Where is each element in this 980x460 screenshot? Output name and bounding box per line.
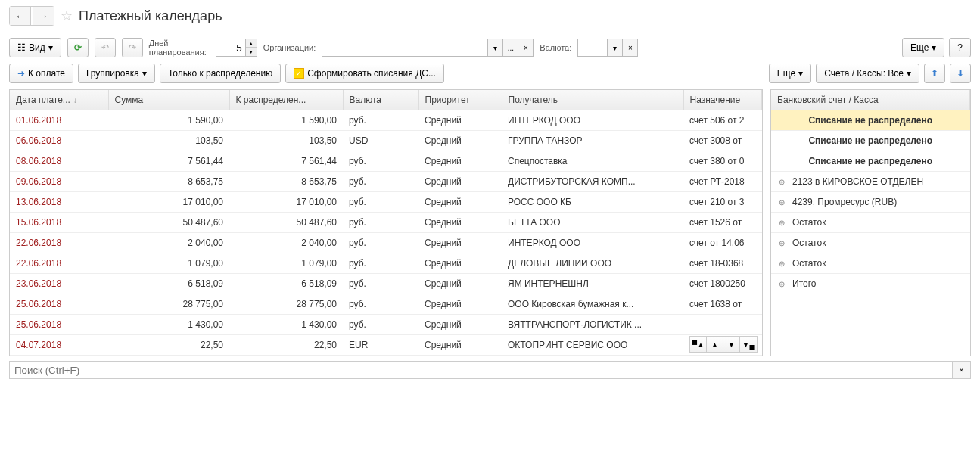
cell-recipient: ВЯТТРАНСПОРТ-ЛОГИСТИК ... xyxy=(502,315,683,335)
col-sum[interactable]: Сумма xyxy=(108,90,229,110)
cell-dist: 6 518,09 xyxy=(229,274,343,294)
cell-date: 04.07.2018 xyxy=(10,335,108,356)
col-currency[interactable]: Валюта xyxy=(343,90,418,110)
side-item-label: Списание не распределено xyxy=(808,115,932,126)
cell-currency: руб. xyxy=(343,233,418,253)
days-input[interactable] xyxy=(216,39,246,57)
table-row[interactable]: 23.06.20186 518,096 518,09руб.СреднийЯМ … xyxy=(10,274,762,294)
cell-priority: Средний xyxy=(418,172,502,192)
side-list-item[interactable]: Списание не распределено xyxy=(771,110,970,131)
side-list-item[interactable]: ⊕4239, Промресурс (RUB) xyxy=(771,192,970,213)
days-spin-up[interactable]: ▲ xyxy=(246,39,257,48)
currency-input[interactable] xyxy=(577,39,608,57)
side-list-item[interactable]: ⊕Остаток xyxy=(771,253,970,274)
more-button-1[interactable]: Еще ▾ xyxy=(902,38,944,58)
move-down-button[interactable]: ⬇ xyxy=(950,64,971,83)
table-row[interactable]: 15.06.201850 487,6050 487,60руб.СреднийБ… xyxy=(10,213,762,233)
currency-dropdown-button[interactable]: ▾ xyxy=(608,39,623,57)
col-distribute[interactable]: К распределен... xyxy=(229,90,343,110)
expand-icon[interactable]: ⊕ xyxy=(779,178,788,186)
cell-currency: руб. xyxy=(343,294,418,315)
cell-recipient: ИНТЕРКОД ООО xyxy=(502,233,683,253)
cell-purpose: счет 1638 от xyxy=(683,294,762,315)
org-ellipsis-button[interactable]: ... xyxy=(503,39,518,57)
table-row[interactable]: 25.06.20181 430,001 430,00руб.СреднийВЯТ… xyxy=(10,315,762,335)
side-list-item[interactable]: ⊕Остаток xyxy=(771,213,970,233)
side-item-cell: ⊕4239, Промресурс (RUB) xyxy=(771,192,970,213)
only-distribute-button[interactable]: Только к распределению xyxy=(160,64,281,83)
scroll-up-button[interactable]: ▲ xyxy=(707,337,723,352)
accounts-button[interactable]: Счета / Кассы: Все ▾ xyxy=(816,64,919,83)
search-input[interactable] xyxy=(9,361,953,379)
cell-date: 08.06.2018 xyxy=(10,151,108,172)
side-item-label: Списание не распределено xyxy=(808,135,932,146)
expand-icon[interactable]: ⊕ xyxy=(779,198,788,207)
col-date[interactable]: Дата плате...↓ xyxy=(10,90,108,110)
search-clear-button[interactable]: × xyxy=(953,361,971,379)
table-row[interactable]: 13.06.201817 010,0017 010,00руб.СреднийР… xyxy=(10,192,762,213)
redo-button[interactable]: ↷ xyxy=(122,38,143,58)
cell-sum: 8 653,75 xyxy=(108,172,229,192)
cell-purpose: счет 210 от 3 xyxy=(683,192,762,213)
cell-purpose xyxy=(683,315,762,335)
side-col-account[interactable]: Банковский счет / Касса xyxy=(771,90,970,110)
expand-icon[interactable]: ⊕ xyxy=(779,219,788,227)
col-purpose[interactable]: Назначение xyxy=(683,90,762,110)
cell-dist: 1 590,00 xyxy=(229,110,343,131)
side-list-item[interactable]: ⊕Остаток xyxy=(771,233,970,253)
cell-recipient: ДИСТРИБУТОРСКАЯ КОМП... xyxy=(502,172,683,192)
org-dropdown-button[interactable]: ▾ xyxy=(488,39,503,57)
table-row[interactable]: 25.06.201828 775,0028 775,00руб.Средний … xyxy=(10,294,762,315)
more-button-2[interactable]: Еще ▾ xyxy=(769,64,811,83)
side-list-item[interactable]: Списание не распределено xyxy=(771,151,970,172)
expand-icon[interactable]: ⊕ xyxy=(779,280,788,288)
to-pay-label: К оплате xyxy=(28,68,65,79)
currency-clear-button[interactable]: × xyxy=(623,39,638,57)
payments-table[interactable]: Дата плате...↓ Сумма К распределен... Ва… xyxy=(10,90,762,356)
cell-purpose: счет 1526 от xyxy=(683,213,762,233)
cell-currency: руб. xyxy=(343,253,418,274)
move-up-button[interactable]: ⬆ xyxy=(924,64,945,83)
cell-recipient: ООО Кировская бумажная к... xyxy=(502,294,683,315)
table-row[interactable]: 08.06.20187 561,447 561,44руб.СреднийСпе… xyxy=(10,151,762,172)
org-clear-button[interactable]: × xyxy=(518,39,534,57)
side-list-item[interactable]: ⊕Итого xyxy=(771,274,970,294)
nav-back-button[interactable]: ← xyxy=(10,7,31,25)
view-button[interactable]: ☷ Вид ▾ xyxy=(9,38,61,58)
col-priority[interactable]: Приоритет xyxy=(418,90,502,110)
cell-sum: 6 518,09 xyxy=(108,274,229,294)
col-recipient[interactable]: Получатель xyxy=(502,90,683,110)
cell-date: 25.06.2018 xyxy=(10,315,108,335)
undo-button[interactable]: ↶ xyxy=(95,38,116,58)
nav-forward-button[interactable]: → xyxy=(33,7,54,25)
grouping-button[interactable]: Группировка ▾ xyxy=(78,64,155,83)
side-item-label: 4239, Промресурс (RUB) xyxy=(792,197,897,207)
table-row[interactable]: 06.06.2018103,50103,50USDСреднийГРУППА Т… xyxy=(10,131,762,151)
table-row[interactable]: 01.06.20181 590,001 590,00руб.СреднийИНТ… xyxy=(10,110,762,131)
favorite-star-icon[interactable]: ☆ xyxy=(61,8,73,24)
cell-currency: руб. xyxy=(343,315,418,335)
table-row[interactable]: 22.06.20181 079,001 079,00руб.СреднийДЕЛ… xyxy=(10,253,762,274)
side-list-item[interactable]: Списание не распределено xyxy=(771,131,970,151)
to-pay-button[interactable]: ➜ К оплате xyxy=(9,64,73,83)
only-distribute-label: Только к распределению xyxy=(168,68,272,79)
scroll-down-button[interactable]: ▼ xyxy=(723,337,740,352)
grouping-label: Группировка xyxy=(86,68,139,79)
scroll-top-button[interactable]: ▀▲ xyxy=(690,337,707,352)
table-row[interactable]: 22.06.20182 040,002 040,00руб.СреднийИНТ… xyxy=(10,233,762,253)
expand-icon[interactable]: ⊕ xyxy=(779,239,788,247)
refresh-button[interactable]: ⟳ xyxy=(67,38,89,58)
expand-icon[interactable]: ⊕ xyxy=(779,260,788,268)
chevron-down-icon: ▾ xyxy=(48,42,53,53)
form-writeoffs-button[interactable]: ✓ Сформировать списания ДС... xyxy=(285,64,444,83)
table-row[interactable]: 04.07.201822,5022,50EURСреднийОКТОПРИНТ … xyxy=(10,335,762,356)
org-input[interactable] xyxy=(322,39,488,57)
table-row[interactable]: 09.06.20188 653,758 653,75руб.СреднийДИС… xyxy=(10,172,762,192)
scroll-bottom-button[interactable]: ▼▄ xyxy=(740,337,757,352)
cell-purpose: счет 506 от 2 xyxy=(683,110,762,131)
help-button[interactable]: ? xyxy=(949,38,971,58)
cell-date: 01.06.2018 xyxy=(10,110,108,131)
side-list-item[interactable]: ⊕2123 в КИРОВСКОЕ ОТДЕЛЕН xyxy=(771,172,970,192)
days-spin-down[interactable]: ▼ xyxy=(246,48,257,56)
cell-date: 23.06.2018 xyxy=(10,274,108,294)
